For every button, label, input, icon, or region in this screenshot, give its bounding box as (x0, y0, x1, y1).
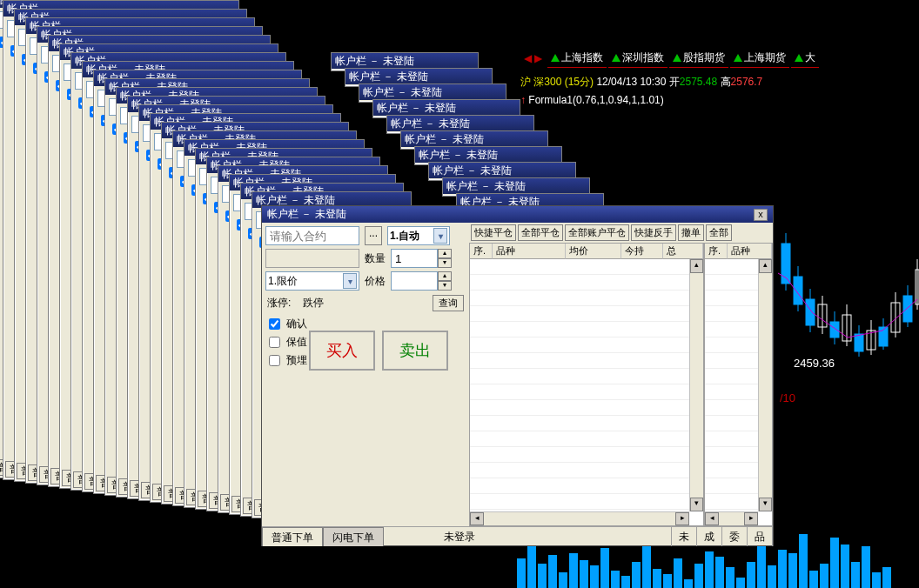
scroll-left-icon[interactable]: ◂ (705, 512, 719, 525)
triangle-icon (673, 54, 681, 62)
scroll-down-icon[interactable]: ▾ (759, 498, 772, 511)
close-all-acct-button[interactable]: 全部账户平仓 (565, 224, 629, 241)
cancel-order-button[interactable]: 撤单 (678, 224, 704, 241)
status-tab-pending[interactable]: 未 (672, 527, 697, 546)
status-tab-product[interactable]: 品 (748, 527, 773, 546)
price-input[interactable] (391, 271, 438, 291)
quick-reverse-button[interactable]: 快捷反手 (631, 224, 676, 241)
vertical-scrollbar[interactable]: ▴ ▾ (758, 259, 772, 511)
scroll-up-icon[interactable]: ▴ (759, 259, 772, 273)
action-button-row: 快捷平仓 全部平仓 全部账户平仓 快捷反手 撤单 全部 (469, 223, 773, 243)
panel-title: 帐户栏 － 未登陆 (267, 207, 346, 222)
market-tab-sz[interactable]: 深圳指数 (608, 49, 667, 68)
market-tab-bar: ◀ ▶ 上海指数 深圳指数 股指期货 上海期货 大 (520, 49, 919, 68)
chart-info-line-2: ↑ Formula1(0.76,1,0.94,1,1.01) (520, 94, 664, 106)
close-button[interactable]: x (754, 209, 768, 221)
col-avg-price[interactable]: 均价 (566, 244, 621, 259)
table-body (470, 259, 689, 511)
col-instrument[interactable]: 品种 (728, 244, 772, 259)
position-area: 快捷平仓 全部平仓 全部账户平仓 快捷反手 撤单 全部 序. 品种 均价 今持 … (469, 223, 773, 526)
triangle-icon (734, 54, 742, 62)
price-label: 价格 (365, 274, 386, 289)
vertical-scrollbar[interactable]: ▴ ▾ (689, 259, 703, 511)
spin-up-icon[interactable]: ▴ (438, 271, 452, 281)
quick-close-button[interactable]: 快捷平仓 (471, 224, 516, 241)
status-tab-filled[interactable]: 成 (697, 527, 722, 546)
triangle-icon (795, 54, 803, 62)
qty-input[interactable] (391, 249, 438, 268)
all-button[interactable]: 全部 (706, 224, 732, 241)
market-tab-indexfut[interactable]: 股指期货 (669, 49, 728, 68)
col-instrument[interactable]: 品种 (493, 244, 566, 259)
table-body (705, 259, 758, 511)
qty-label: 数量 (365, 251, 386, 266)
triangle-icon (612, 54, 620, 62)
status-not-logged-in: 未登录 (437, 527, 672, 546)
scroll-right-icon[interactable]: ▸ (744, 512, 758, 525)
order-table[interactable]: 序. 品种 ▴ ▾ ◂ ▸ (704, 243, 773, 526)
scroll-left-icon[interactable]: ◂ (470, 512, 484, 525)
triangle-icon (551, 54, 560, 62)
scroll-up-icon[interactable]: ▴ (690, 259, 703, 273)
sell-button[interactable]: 卖出 (382, 331, 448, 371)
lookup-button[interactable]: ... (365, 226, 382, 245)
chart-x-label: /10 (780, 391, 795, 404)
close-all-button[interactable]: 全部平仓 (518, 224, 563, 241)
contract-input[interactable] (265, 226, 359, 245)
market-tab-sh[interactable]: 上海指数 (547, 49, 607, 68)
scroll-down-icon[interactable]: ▾ (690, 498, 703, 511)
account-panel: 帐户栏 － 未登陆 x ... 1.自动 ▾ 数量 ▴ ▾ (261, 205, 774, 546)
query-button[interactable]: 查询 (433, 295, 464, 311)
tab-flash-order[interactable]: 闪电下单 (323, 527, 384, 546)
col-seq[interactable]: 序. (705, 244, 728, 259)
chart-info-line-1: 沪 深300 (15分) 12/04/13 10:30 开2575.48 高25… (520, 75, 762, 90)
scroll-right-icon[interactable]: ▸ (675, 512, 689, 525)
auto-combo[interactable]: 1.自动 ▾ (387, 226, 450, 245)
bottom-tab-bar: 普通下单 闪电下单 未登录 未 成 委 品 (262, 526, 773, 546)
position-table[interactable]: 序. 品种 均价 今持 总 ▴ ▾ ◂ ▸ (469, 243, 704, 526)
col-seq[interactable]: 序. (470, 244, 493, 259)
price-type-combo[interactable]: 1.限价 ▾ (265, 271, 359, 291)
chevron-down-icon: ▾ (343, 273, 357, 289)
panel-titlebar[interactable]: 帐户栏 － 未登陆 x (262, 206, 773, 223)
readonly-box (265, 249, 359, 268)
horizontal-scrollbar[interactable]: ◂ ▸ (705, 511, 758, 525)
spin-up-icon[interactable]: ▴ (438, 249, 452, 258)
buy-button[interactable]: 买入 (309, 331, 375, 371)
market-tab-shfut[interactable]: 上海期货 (730, 49, 789, 68)
status-tab-order[interactable]: 委 (722, 527, 748, 546)
tab-normal-order[interactable]: 普通下单 (262, 527, 323, 546)
chevron-down-icon: ▾ (433, 228, 447, 244)
up-stop-label: 涨停: 跌停 (267, 296, 324, 311)
chart-price-label: 2459.36 (794, 357, 835, 370)
horizontal-scrollbar[interactable]: ◂ ▸ (470, 511, 689, 525)
order-entry-area: ... 1.自动 ▾ 数量 ▴ ▾ 1.限价 (262, 223, 469, 526)
market-tab-more[interactable]: 大 (791, 49, 819, 68)
spin-down-icon[interactable]: ▾ (438, 281, 452, 291)
tab-scroll-left-icon[interactable]: ◀ ▶ (520, 52, 546, 64)
spin-down-icon[interactable]: ▾ (438, 258, 452, 268)
col-total[interactable]: 总 (663, 244, 703, 259)
col-today[interactable]: 今持 (621, 244, 663, 259)
